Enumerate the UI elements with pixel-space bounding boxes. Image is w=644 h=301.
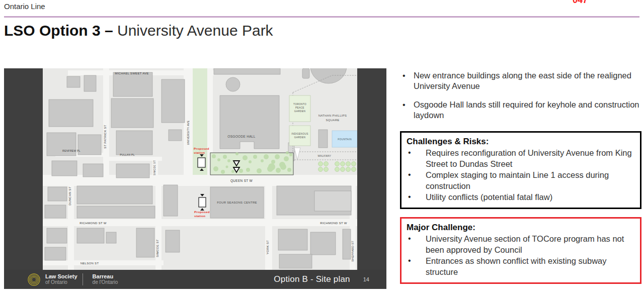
challenges-risks-box: Challenges & Risks: • Requires reconfigu… [400,131,641,209]
map-label-richmond-st-w-left: RICHMOND ST W [79,222,106,225]
map-label-simcoe-st-lower: SIMCOE ST [156,239,159,257]
map-label-university-ave: UNIVERSITY AVE [187,121,190,145]
page-title-light: University Avenue Park [113,22,273,39]
org-english-line1: Law Society [45,273,77,279]
map-label-nathan-phillips-line2: SQUARE [326,119,339,122]
map-label-osgoode-hall: OSGOODE HALL [227,135,255,138]
map-label-renfrew-pl: RENFREW PL [62,149,80,152]
site-plan-map: MICHAEL SWEET AVEST PATRICK STRENFREW PL… [43,68,357,270]
bullet-dot: • [400,99,414,121]
summary-bullet-1-text: New entrance buildings along the east si… [414,70,641,91]
summary-bullets: • New entrance buildings along the east … [400,70,641,121]
indigenous-garden-area [289,126,310,146]
map-label-nathan-phillips-line1: NATHAN PHILLIPS [318,114,347,117]
major-item-1: • University Avenue section of TOCore pr… [407,233,635,255]
bullet-dot: • [407,233,426,255]
map-caption: Option B - Site plan [274,274,350,284]
bullet-dot: • [407,191,426,203]
major-challenge-title: Major Challenge: [407,222,635,233]
summary-bullet-1: • New entrance buildings along the east … [400,70,641,91]
bullet-dot: • [407,255,426,277]
summary-bullet-2: • Osgoode Hall lands still required for … [400,99,641,121]
map-label-duncan-st: DUNCAN ST [68,186,71,206]
org-french: Barreau de l'Ontario [93,273,118,285]
law-society-logo: Law Society of Ontario Barreau de l'Onta… [27,273,118,286]
map-label-indigenous-garden-line2: GARDEN [294,136,306,139]
map-label-michael-sweet-ave: MICHAEL SWEET AVE [115,72,148,75]
map-label-indigenous-garden-line1: INDIGENOUS [291,133,308,135]
map-label-peace-garden-line3: GARDEN [294,110,306,113]
org-english-line2: of Ontario [45,279,77,285]
map-label-york-st: YORK ST [266,240,269,254]
map-label-peace-garden-line1: TORONTO [293,103,306,106]
page-title-bold: LSO Option 3 – [4,22,113,39]
org-english: Law Society of Ontario [45,273,77,285]
map-label-simcoe-st-upper: SIMCOE ST [153,160,156,175]
challenges-item-1: • Requires reconfiguration of University… [407,147,635,169]
map-label-queen-st-w: QUEEN ST W [230,179,253,183]
site-plan-figure: MICHAEL SWEET AVEST PATRICK STRENFREW PL… [4,68,386,289]
map-label-four-seasons-centre: FOUR SEASONS CENTRE [217,201,257,204]
queen-park-strip [210,151,293,175]
right-column: • New entrance buildings along the east … [400,68,641,284]
challenges-risks-title: Challenges & Risks: [407,136,635,147]
map-label-station2-line2: station [194,214,205,218]
slide: Ontario Line 047 LSO Option 3 – Universi… [0,0,644,301]
map-label-station2-line1: Proposed [194,210,210,214]
bullet-dot: • [400,70,414,91]
map-label-sheppard-st: SHEPPARD ST [351,241,354,262]
map-label-richmond-st-w-right: RICHMOND ST W [320,222,347,225]
challenges-item-3-text: Utility conflicts (potential fatal flaw) [426,191,552,203]
bullet-dot: • [407,147,426,169]
corner-page-number: 047 [573,0,588,6]
map-label-walkway: WALKWAY [318,154,332,157]
page-title: LSO Option 3 – University Avenue Park [4,22,273,39]
map-label-pullan-pl: PULLAN PL [120,153,135,156]
summary-bullet-2-text: Osgoode Hall lands still required for ke… [414,99,641,121]
major-item-2-text: Entrances as shown conflict with existin… [426,255,635,277]
major-item-1-text: University Avenue section of TOCore prog… [426,233,635,255]
map-label-nelson-st: NELSON ST [80,262,99,265]
map-label-peace-garden-line2: PEACE [295,107,304,109]
law-society-ring-icon [27,273,41,286]
map-footer-bar: Law Society of Ontario Barreau de l'Onta… [4,270,386,289]
bullet-dot: • [407,169,426,191]
challenges-item-2: • Complex staging to maintain Line 1 acc… [407,169,635,191]
map-label-fountain: FOUNTAIN [338,138,352,141]
accent-rule [4,16,639,18]
map-label-station1-line1: Proposed [194,147,209,150]
map-label-station1-line2: station [194,151,205,154]
challenges-item-3: • Utility conflicts (potential fatal fla… [407,191,635,203]
major-item-2: • Entrances as shown conflict with exist… [407,255,635,277]
major-challenge-box: Major Challenge: • University Avenue sec… [400,217,641,284]
map-label-st-patrick-st: ST PATRICK ST [104,125,107,149]
challenges-item-1-text: Requires reconfiguration of University A… [426,147,635,169]
org-french-line2: de l'Ontario [93,279,118,285]
org-french-line1: Barreau [93,273,118,279]
org-divider [83,273,83,285]
map-page-number: 14 [363,276,369,282]
eyebrow-ontario-line: Ontario Line [4,2,45,11]
challenges-item-2-text: Complex staging to maintain Line 1 acces… [426,169,635,191]
